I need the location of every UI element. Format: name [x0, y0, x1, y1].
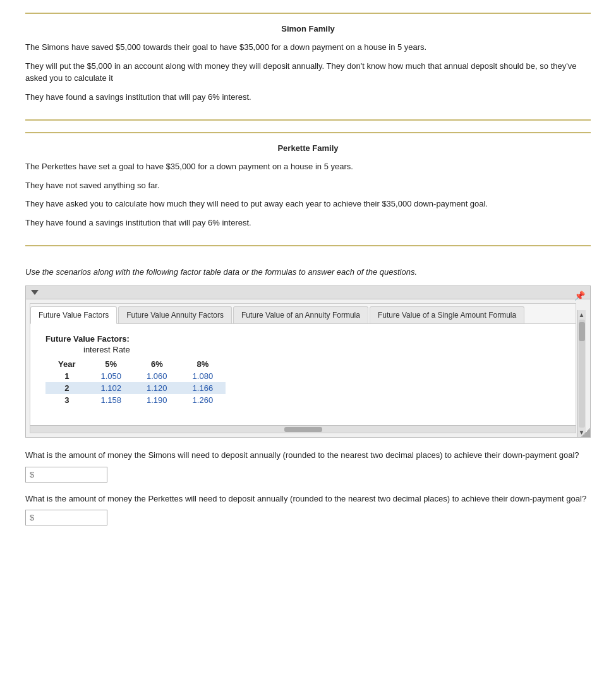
- answer-2-input[interactable]: [25, 510, 107, 525]
- scroll-track[interactable]: [579, 320, 585, 428]
- col-header-year: Year: [45, 358, 88, 370]
- question-1-block: What is the amount of money the Simons w…: [25, 449, 591, 483]
- cell-year: 1: [45, 370, 88, 382]
- simon-para-2: They will put the $5,000 in an account a…: [25, 60, 591, 85]
- scrollbar-thumb[interactable]: [284, 427, 322, 432]
- col-header-6pct: 6%: [134, 358, 180, 370]
- widget-pin-icon[interactable]: 📌: [574, 291, 585, 301]
- tab-future-value-single-amount[interactable]: Future Value of a Single Amount Formula: [370, 306, 524, 323]
- answer-1-input[interactable]: [25, 467, 107, 483]
- question-1-text: What is the amount of money the Simons w…: [25, 449, 591, 462]
- table-title: Future Value Factors:: [45, 334, 560, 344]
- tab-future-value-annuity-factors[interactable]: Future Value Annuity Factors: [118, 306, 232, 323]
- table-row: 21.1021.1201.166: [45, 382, 226, 394]
- question-2-text: What is the amount of money the Perkette…: [25, 493, 591, 505]
- cell-value: 1.080: [180, 370, 226, 382]
- answer-1-wrapper: [25, 467, 591, 483]
- simon-para-1: The Simons have saved $5,000 towards the…: [25, 41, 591, 54]
- collapse-icon[interactable]: [31, 290, 39, 295]
- tab-content-area: Future Value Factors: interest Rate Year…: [30, 324, 576, 425]
- perkette-family-section: Perkette Family The Perkettes have set a…: [25, 132, 591, 246]
- widget-header: 📌: [26, 286, 590, 299]
- tab-future-value-annuity-formula[interactable]: Future Value of an Annuity Formula: [233, 306, 368, 323]
- factor-table: Year 5% 6% 8% 11.0501.0601.08021.1021.12…: [45, 358, 226, 406]
- simon-family-title: Simon Family: [25, 24, 591, 33]
- cell-year: 2: [45, 382, 88, 394]
- cell-value: 1.260: [180, 394, 226, 406]
- answer-2-wrapper: [25, 510, 591, 525]
- cell-year: 3: [45, 394, 88, 406]
- tabs-bar: Future Value Factors Future Value Annuit…: [30, 304, 576, 324]
- perkette-family-title: Perkette Family: [25, 143, 591, 153]
- scroll-up-button[interactable]: ▲: [579, 311, 585, 318]
- question-2-block: What is the amount of money the Perkette…: [25, 493, 591, 526]
- cell-value: 1.158: [88, 394, 134, 406]
- table-row: 31.1581.1901.260: [45, 394, 226, 406]
- cell-value: 1.190: [134, 394, 180, 406]
- simon-para-3: They have found a savings institution th…: [25, 91, 591, 104]
- factor-widget: 📌 Future Value Factors Future Value Annu…: [25, 285, 591, 438]
- instruction-text: Use the scenarios along with the followi…: [25, 267, 591, 277]
- vertical-scrollbar[interactable]: ▲ ▼: [577, 310, 586, 437]
- table-row: 11.0501.0601.080: [45, 370, 226, 382]
- col-header-5pct: 5%: [88, 358, 134, 370]
- widget-content: Future Value Factors Future Value Annuit…: [30, 303, 576, 433]
- cell-value: 1.050: [88, 370, 134, 382]
- simon-family-section: Simon Family The Simons have saved $5,00…: [25, 13, 591, 121]
- cell-value: 1.120: [134, 382, 180, 394]
- perkette-para-2: They have not saved anything so far.: [25, 179, 591, 192]
- table-header-row: Year 5% 6% 8%: [45, 358, 226, 370]
- perkette-para-1: The Perkettes have set a goal to have $3…: [25, 160, 591, 173]
- tab-future-value-factors[interactable]: Future Value Factors: [30, 306, 117, 324]
- resize-handle[interactable]: [581, 428, 590, 437]
- horizontal-scrollbar[interactable]: [30, 425, 576, 433]
- cell-value: 1.060: [134, 370, 180, 382]
- col-header-8pct: 8%: [180, 358, 226, 370]
- cell-value: 1.102: [88, 382, 134, 394]
- table-subtitle: interest Rate: [83, 345, 560, 354]
- perkette-para-4: They have found a savings institution th…: [25, 217, 591, 229]
- cell-value: 1.166: [180, 382, 226, 394]
- perkette-para-3: They have asked you to calculate how muc…: [25, 198, 591, 210]
- scroll-thumb[interactable]: [579, 322, 585, 341]
